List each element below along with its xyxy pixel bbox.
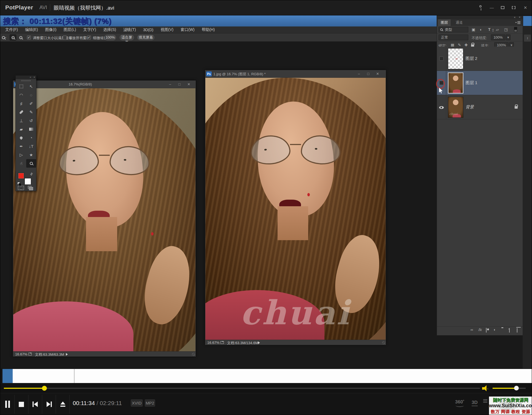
menu-image[interactable]: 图像(I): [45, 27, 57, 32]
actual-pixels-button[interactable]: 100%: [104, 35, 116, 40]
resize-grip[interactable]: [192, 353, 195, 356]
crop-tool[interactable]: ♯: [16, 99, 26, 108]
tab-layers[interactable]: 图层: [438, 19, 451, 26]
layer-name[interactable]: 背景: [466, 105, 474, 110]
doc-close-icon[interactable]: ✕: [374, 71, 381, 77]
clone-stamp-tool[interactable]: ⊥: [16, 116, 26, 125]
background-layer-row[interactable]: chuai 背景: [437, 95, 523, 119]
eject-button[interactable]: [56, 395, 70, 414]
fill-screen-button[interactable]: 填充屏幕: [137, 35, 154, 40]
close-icon[interactable]: ✕: [522, 5, 529, 11]
zoom-all-checkbox[interactable]: ✓: [63, 36, 67, 39]
document-window-left[interactable]: Ps 16.7%(RGB/8) – □ ✕: [13, 80, 196, 357]
chevron-down-icon[interactable]: ⌄: [29, 5, 33, 9]
volume-icon[interactable]: ‹: [482, 385, 489, 391]
tool-preset-icon[interactable]: ▾: [1, 34, 7, 41]
menu-help[interactable]: 帮助(H): [202, 27, 215, 32]
zoom-in-button[interactable]: +: [10, 34, 16, 41]
doc-left-image[interactable]: [13, 88, 195, 351]
chapter-current-block[interactable]: [2, 369, 13, 383]
delete-layer-icon[interactable]: [517, 328, 517, 333]
pen-tool[interactable]: ✒: [16, 142, 26, 151]
eye-visible-icon[interactable]: [439, 106, 444, 109]
quick-selection-tool[interactable]: ◌: [26, 91, 36, 99]
eraser-tool[interactable]: ▰: [16, 125, 26, 133]
doc-left-zoom[interactable]: 16.67%: [15, 352, 27, 356]
blur-tool[interactable]: [16, 133, 26, 142]
close-icon[interactable]: ×: [519, 16, 520, 19]
doc-right-image[interactable]: chuai: [205, 78, 386, 340]
menu-filter[interactable]: 滤镜(T): [123, 27, 136, 32]
menu-window[interactable]: 窗口(W): [181, 27, 195, 32]
filter-type-layers-icon[interactable]: T: [488, 27, 491, 32]
previous-button[interactable]: [28, 395, 42, 414]
collapse-icon[interactable]: «: [30, 76, 31, 79]
tab-channels[interactable]: 通道: [453, 19, 466, 26]
resize-grip[interactable]: [382, 341, 385, 344]
maximize-icon[interactable]: [499, 5, 506, 11]
add-mask-icon[interactable]: [486, 328, 487, 333]
move-tool[interactable]: ↖: [26, 82, 36, 91]
screen-mode-button[interactable]: [28, 186, 31, 189]
lasso-tool[interactable]: ◠: [16, 91, 26, 99]
gradient-tool[interactable]: [26, 125, 36, 133]
close-icon[interactable]: ×: [34, 76, 35, 79]
volume-thumb[interactable]: [514, 386, 519, 390]
doc-maximize-icon[interactable]: □: [176, 82, 183, 87]
zoom-out-button[interactable]: −: [17, 34, 24, 41]
panel-group-header[interactable]: «×: [437, 15, 523, 19]
layer-name[interactable]: 图层 2: [466, 56, 477, 61]
layer1-thumbnail[interactable]: [448, 73, 463, 93]
document-window-right[interactable]: Ps 1.jpg @ 16.7% (图层 1, RGB/8) * – □ ✕: [205, 70, 386, 345]
default-colors-icon[interactable]: [17, 182, 20, 184]
seek-bar[interactable]: [4, 388, 480, 389]
next-button[interactable]: [42, 395, 56, 414]
doc-right-titlebar[interactable]: Ps 1.jpg @ 16.7% (图层 1, RGB/8) * – □ ✕: [205, 70, 386, 78]
toolbox-header[interactable]: «×: [16, 76, 36, 79]
status-flyout-icon[interactable]: [258, 341, 260, 344]
app-logo[interactable]: PotPlayer: [5, 4, 33, 11]
dodge-tool[interactable]: ◔: [26, 133, 36, 142]
eyedropper-tool[interactable]: ✐: [26, 99, 36, 108]
video-frame[interactable]: 搜索： 00:11:32(关键帧) (7%) 文件(F) 编辑(E) 图像(I)…: [0, 15, 532, 368]
visibility-cell[interactable]: [437, 95, 446, 119]
visibility-cell[interactable]: [437, 47, 446, 71]
new-layer-icon[interactable]: [509, 328, 510, 333]
doc-minimize-icon[interactable]: –: [355, 71, 363, 77]
layer-row-2[interactable]: 图层 2: [437, 47, 523, 71]
fit-screen-button[interactable]: 适合屏幕: [120, 35, 134, 40]
panel-menu-icon[interactable]: [516, 21, 520, 24]
doc-minimize-icon[interactable]: –: [166, 82, 174, 87]
3d-button[interactable]: 3D: [472, 400, 478, 406]
vertical-type-tool[interactable]: ↓T: [26, 142, 36, 151]
filter-type-select[interactable]: 类型: [439, 27, 468, 33]
layer-name[interactable]: 图层 1: [466, 80, 477, 85]
doc-maximize-icon[interactable]: □: [364, 71, 372, 77]
menu-view[interactable]: 视图(V): [160, 27, 173, 32]
brush-tool[interactable]: ✎: [26, 108, 36, 116]
pin-icon[interactable]: [477, 5, 484, 11]
fullscreen-icon[interactable]: [510, 5, 517, 11]
menu-file[interactable]: 文件(F): [5, 27, 18, 32]
swap-colors-icon[interactable]: ⇄: [29, 172, 34, 176]
seek-thumb[interactable]: [42, 386, 47, 391]
collapse-icon[interactable]: «: [514, 16, 515, 19]
visibility-checkbox-off[interactable]: [439, 57, 444, 61]
playlist-icon[interactable]: [483, 399, 487, 403]
opacity-value[interactable]: 100%: [491, 34, 505, 40]
status-flyout-icon[interactable]: [66, 353, 68, 356]
filter-smart-objects-icon[interactable]: ◳: [504, 27, 508, 32]
spot-healing-tool[interactable]: [16, 108, 26, 116]
background-thumbnail[interactable]: chuai: [448, 97, 463, 118]
foreground-color-swatch[interactable]: [18, 173, 24, 179]
minimize-icon[interactable]: —: [488, 5, 495, 11]
path-selection-tool[interactable]: ▷: [16, 151, 26, 159]
filter-toggle-switch[interactable]: [514, 27, 517, 32]
rectangular-marquee-tool[interactable]: [16, 82, 26, 91]
hand-tool[interactable]: ☝: [16, 159, 26, 168]
layer-row-1-selected[interactable]: 图层 1: [437, 71, 523, 95]
layer-style-icon[interactable]: fx: [478, 328, 482, 332]
panel-scroll-widget[interactable]: ↕: [524, 34, 531, 42]
opacity-dropdown-icon[interactable]: ▾: [506, 34, 510, 40]
chapter-strip-track[interactable]: [2, 369, 532, 383]
